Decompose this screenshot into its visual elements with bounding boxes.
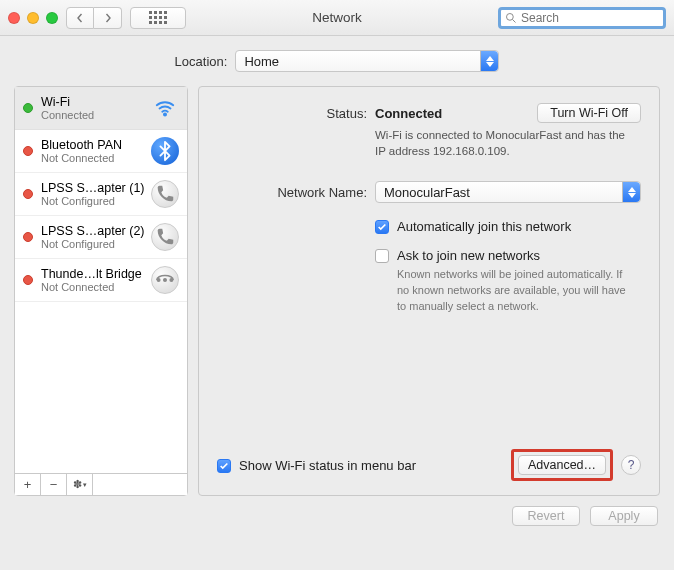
apply-button[interactable]: Apply [590, 506, 658, 526]
ask-join-checkbox[interactable] [375, 249, 389, 263]
svg-line-1 [513, 19, 516, 22]
traffic-lights [8, 12, 58, 24]
minimize-window[interactable] [27, 12, 39, 24]
svg-point-0 [507, 13, 514, 20]
service-name: LPSS S…apter (1) [41, 181, 147, 195]
updown-icon [480, 51, 498, 71]
gear-icon: ✽ [73, 478, 82, 491]
sidebar-footer-spacer [93, 474, 187, 495]
grid-icon [149, 11, 167, 24]
service-list: Wi-Fi Connected Bluetooth PAN Not Connec… [15, 87, 187, 473]
svg-point-2 [164, 113, 166, 115]
service-sidebar: Wi-Fi Connected Bluetooth PAN Not Connec… [14, 86, 188, 496]
sidebar-footer: + − ✽▾ [15, 473, 187, 495]
network-name-select[interactable]: MonocularFast [375, 181, 641, 203]
titlebar: Network [0, 0, 674, 36]
service-status: Not Configured [41, 195, 147, 207]
show-menubar-label: Show Wi-Fi status in menu bar [239, 458, 416, 473]
service-wifi[interactable]: Wi-Fi Connected [15, 87, 187, 130]
chevron-down-icon: ▾ [83, 481, 87, 488]
status-description: Wi-Fi is connected to MonocularFast and … [375, 127, 635, 159]
service-lpss2[interactable]: LPSS S…apter (2) Not Configured [15, 216, 187, 259]
service-status: Not Configured [41, 238, 147, 250]
auto-join-label: Automatically join this network [397, 219, 571, 234]
zoom-window[interactable] [46, 12, 58, 24]
chevron-left-icon [75, 13, 85, 23]
bridge-icon [151, 266, 179, 294]
search-input[interactable] [521, 11, 659, 25]
phone-icon [151, 223, 179, 251]
network-name-value: MonocularFast [384, 185, 470, 200]
service-status: Not Connected [41, 152, 147, 164]
status-label: Status: [217, 103, 367, 121]
location-row: Location: Home [14, 50, 660, 72]
show-menubar-checkbox[interactable] [217, 459, 231, 473]
service-status: Not Connected [41, 281, 147, 293]
back-button[interactable] [66, 7, 94, 29]
service-actions-button[interactable]: ✽▾ [67, 474, 93, 495]
wifi-icon [151, 94, 179, 122]
window-title: Network [312, 10, 362, 25]
show-all-button[interactable] [130, 7, 186, 29]
service-bluetooth[interactable]: Bluetooth PAN Not Connected [15, 130, 187, 173]
service-name: Wi-Fi [41, 95, 147, 109]
service-thunderbolt[interactable]: Thunde…lt Bridge Not Connected [15, 259, 187, 302]
service-lpss1[interactable]: LPSS S…apter (1) Not Configured [15, 173, 187, 216]
chevron-right-icon [103, 13, 113, 23]
close-window[interactable] [8, 12, 20, 24]
auto-join-checkbox[interactable] [375, 220, 389, 234]
status-dot-icon [23, 146, 33, 156]
service-status: Connected [41, 109, 147, 121]
wifi-toggle-button[interactable]: Turn Wi-Fi Off [537, 103, 641, 123]
ask-join-label: Ask to join new networks [397, 248, 637, 263]
phone-icon [151, 180, 179, 208]
updown-icon [622, 182, 640, 202]
remove-service-button[interactable]: − [41, 474, 67, 495]
status-dot-icon [23, 189, 33, 199]
ask-join-hint: Known networks will be joined automatica… [397, 267, 637, 315]
status-dot-icon [23, 103, 33, 113]
help-button[interactable]: ? [621, 455, 641, 475]
bottom-actions: Revert Apply [14, 506, 660, 526]
nav-group [66, 7, 122, 29]
location-value: Home [244, 54, 279, 69]
detail-panel: Status: Connected Turn Wi-Fi Off Wi-Fi i… [198, 86, 660, 496]
forward-button[interactable] [94, 7, 122, 29]
service-name: Thunde…lt Bridge [41, 267, 147, 281]
add-service-button[interactable]: + [15, 474, 41, 495]
search-icon [505, 12, 517, 24]
network-name-label: Network Name: [217, 185, 367, 200]
advanced-highlight: Advanced… [511, 449, 613, 481]
bluetooth-icon [151, 137, 179, 165]
advanced-button[interactable]: Advanced… [518, 455, 606, 475]
status-dot-icon [23, 275, 33, 285]
location-select[interactable]: Home [235, 50, 499, 72]
service-name: LPSS S…apter (2) [41, 224, 147, 238]
revert-button[interactable]: Revert [512, 506, 580, 526]
status-value: Connected [375, 106, 442, 121]
service-name: Bluetooth PAN [41, 138, 147, 152]
svg-point-4 [164, 279, 167, 282]
location-label: Location: [175, 54, 228, 69]
status-dot-icon [23, 232, 33, 242]
search-field[interactable] [498, 7, 666, 29]
